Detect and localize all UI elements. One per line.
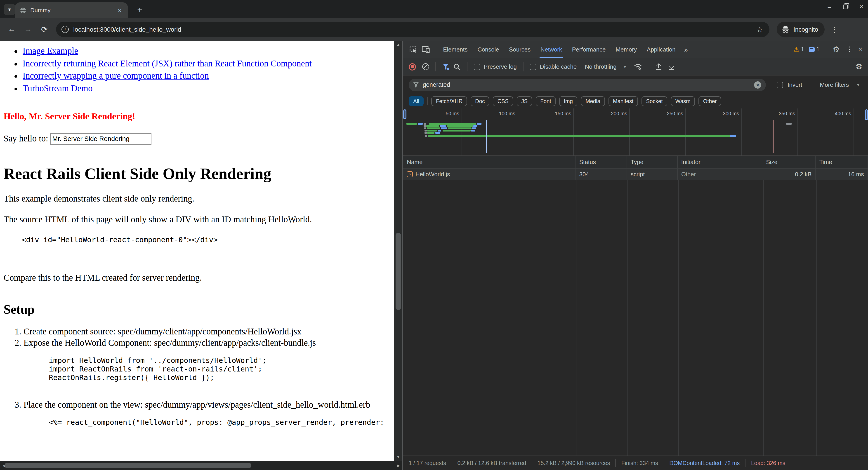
gridline	[518, 108, 518, 155]
clear-filter-icon[interactable]: ×	[754, 81, 761, 88]
more-filters-button[interactable]: More filters	[820, 81, 849, 88]
paragraph: The source HTML of this page will only s…	[4, 214, 391, 224]
page-link[interactable]: Image Example	[23, 46, 78, 56]
search-icon[interactable]	[454, 63, 461, 70]
tab-close-icon[interactable]: ×	[116, 6, 123, 14]
filter-funnel-icon[interactable]	[442, 63, 450, 70]
ovhandle-left[interactable]	[403, 109, 406, 119]
browser-menu-button[interactable]: ⋮	[831, 25, 838, 34]
horizontal-scrollbar[interactable]: ◀ ▶	[0, 461, 402, 470]
disable-cache-checkbox[interactable]	[530, 63, 536, 70]
table-cell[interactable]: Other	[678, 168, 763, 180]
column-header-time[interactable]: Time	[815, 156, 868, 168]
devtools-tab-application[interactable]: Application	[642, 41, 680, 58]
gear-icon: ⚙	[833, 44, 840, 54]
clear-network-log-button[interactable]	[422, 63, 429, 70]
forward-button[interactable]: →	[21, 22, 35, 37]
devtools-settings-button[interactable]: ⚙	[830, 43, 842, 56]
step-text: Place the component on the view: spec/du…	[24, 400, 370, 409]
device-toolbar-button[interactable]	[420, 43, 432, 56]
restore-icon[interactable]	[843, 4, 847, 9]
devtools-tab-network[interactable]: Network	[535, 41, 567, 58]
preserve-log-checkbox[interactable]	[474, 63, 480, 70]
table-cell[interactable]: script	[627, 168, 678, 180]
filter-chip-doc[interactable]: Doc	[471, 96, 489, 106]
filter-chip-fetchxhr[interactable]: Fetch/XHR	[432, 96, 467, 106]
column-header-size[interactable]: Size	[763, 156, 816, 168]
name-input[interactable]	[50, 133, 151, 145]
devtools-tab-performance[interactable]: Performance	[567, 41, 611, 58]
browser-tab[interactable]: Dummy ×	[15, 2, 128, 18]
waterfall-bar-blue	[477, 123, 482, 125]
divider	[467, 62, 467, 71]
filter-chip-manifest[interactable]: Manifest	[609, 96, 638, 106]
url-text[interactable]: localhost:3000/client_side_hello_world	[73, 26, 756, 33]
reload-button[interactable]: ⟳	[37, 22, 52, 37]
filter-value[interactable]: generated	[423, 81, 750, 88]
new-tab-button[interactable]: +	[134, 4, 146, 16]
window-close-icon[interactable]: ×	[859, 3, 864, 11]
horizontal-scroll-thumb[interactable]	[4, 463, 251, 468]
page-link[interactable]: Incorrectly wrapping a pure component in…	[23, 71, 209, 81]
gridline	[741, 108, 742, 155]
filter-chip-js[interactable]: JS	[517, 96, 532, 106]
page-link[interactable]: Incorrectly returning React Element (JSX…	[23, 59, 312, 68]
throttling-select[interactable]: No throttling	[585, 63, 616, 70]
console-messages-badge[interactable]: 1	[809, 46, 819, 53]
filter-chip-socket[interactable]: Socket	[642, 96, 667, 106]
filter-input[interactable]: generated ×	[409, 79, 766, 91]
table-cell[interactable]: 16 ms	[815, 168, 868, 180]
scroll-right-icon[interactable]: ▶	[395, 461, 402, 470]
scroll-down-icon[interactable]: ▼	[394, 453, 402, 461]
invert-checkbox[interactable]	[777, 82, 783, 88]
invert-label: Invert	[787, 81, 802, 88]
waterfall-bar-green	[428, 135, 730, 137]
vertical-scroll-thumb[interactable]	[396, 233, 401, 310]
table-cell[interactable]: 304	[576, 168, 627, 180]
devtools-tab-elements[interactable]: Elements	[438, 41, 472, 58]
column-header-name[interactable]: Name	[403, 156, 576, 168]
filter-chip-font[interactable]: Font	[536, 96, 556, 106]
inspect-element-button[interactable]	[407, 43, 420, 56]
table-cell[interactable]: 0.2 kB	[763, 168, 816, 180]
tab-title: Dummy	[30, 7, 116, 13]
filter-chip-media[interactable]: Media	[581, 96, 604, 106]
bookmark-star-icon[interactable]: ☆	[756, 25, 763, 34]
filter-chip-img[interactable]: Img	[559, 96, 577, 106]
column-header-status[interactable]: Status	[576, 156, 627, 168]
column-header-type[interactable]: Type	[627, 156, 678, 168]
export-har-button[interactable]	[668, 63, 674, 70]
hello-heading: Hello, Mr. Server Side Rendering!	[4, 111, 391, 121]
import-har-button[interactable]	[655, 63, 662, 70]
network-overview-timeline[interactable]: 50 ms100 ms150 ms200 ms250 ms300 ms350 m…	[403, 108, 868, 156]
devtools-tab-sources[interactable]: Sources	[504, 41, 535, 58]
filter-chip-css[interactable]: CSS	[493, 96, 513, 106]
warnings-badge[interactable]: ⚠ 1	[794, 45, 804, 53]
column-header-initiator[interactable]: Initiator	[678, 156, 763, 168]
devtools-close-button[interactable]: ×	[857, 45, 868, 53]
address-bar[interactable]: i localhost:3000/client_side_hello_world…	[56, 22, 770, 37]
vertical-scrollbar[interactable]: ▲ ▼	[394, 41, 402, 461]
network-settings-button[interactable]: ⚙	[852, 60, 865, 73]
ovhandle-right[interactable]	[865, 109, 868, 120]
page-link[interactable]: TurboStream Demo	[23, 83, 92, 93]
scroll-up-icon[interactable]: ▲	[394, 41, 402, 49]
devtools-menu-button[interactable]: ⋮	[842, 45, 857, 53]
requests-table-header: NameStatusTypeInitiatorSizeTime	[403, 156, 868, 168]
devtools-tab-console[interactable]: Console	[472, 41, 504, 58]
filter-chip-all[interactable]: All	[409, 96, 424, 106]
record-network-log-button[interactable]	[409, 63, 416, 70]
network-conditions-icon[interactable]	[633, 63, 642, 70]
table-row[interactable]: ‹›HelloWorld.js304scriptOther0.2 kB16 ms	[403, 168, 868, 180]
filter-chip-wasm[interactable]: Wasm	[671, 96, 695, 106]
tab-search-button[interactable]: ▾	[4, 4, 16, 15]
filter-chip-other[interactable]: Other	[699, 96, 721, 106]
site-info-icon[interactable]: i	[61, 26, 69, 33]
minimize-icon[interactable]: –	[828, 3, 831, 10]
back-button[interactable]: ←	[4, 22, 19, 37]
table-cell[interactable]: ‹›HelloWorld.js	[403, 168, 576, 180]
waterfall-bar-blue	[418, 123, 423, 125]
devtools-tab-memory[interactable]: Memory	[611, 41, 642, 58]
chevron-down-icon: ▼	[623, 64, 627, 69]
more-tabs-button[interactable]: »	[681, 45, 692, 53]
